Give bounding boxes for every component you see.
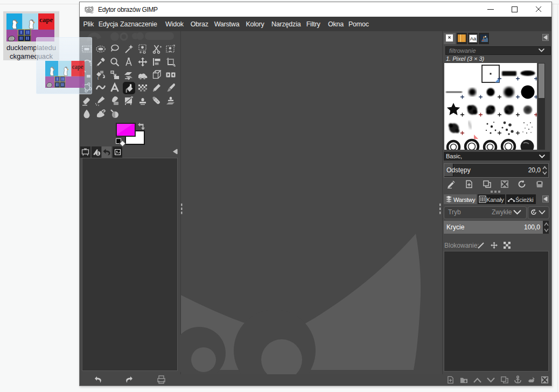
svg-text:cape: cape (39, 16, 53, 24)
svg-text:cape: cape (72, 64, 83, 71)
